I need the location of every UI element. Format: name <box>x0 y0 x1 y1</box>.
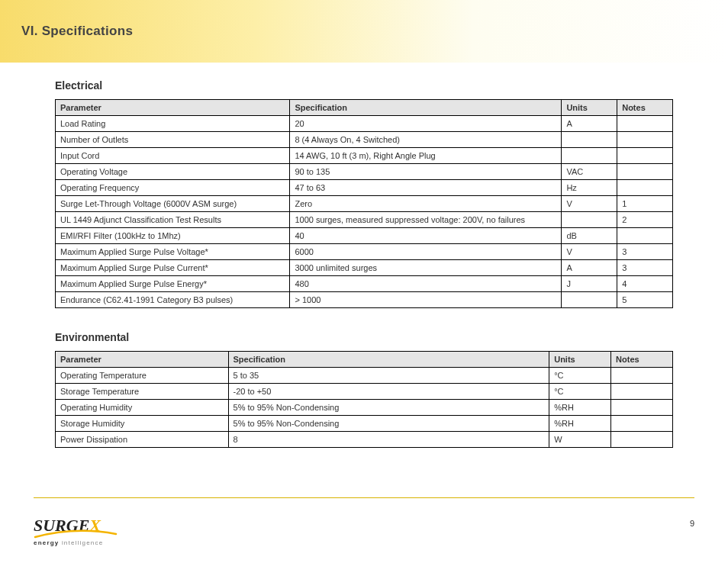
table-row: Operating Humidity5% to 95% Non-Condensi… <box>56 400 673 416</box>
cell-parameter: Maximum Applied Surge Pulse Current* <box>56 260 290 276</box>
table-row: Number of Outlets8 (4 Always On, 4 Switc… <box>56 132 673 148</box>
col-notes: Notes <box>617 100 673 116</box>
cell-notes: 3 <box>617 244 673 260</box>
cell-specification: Zero <box>290 196 562 212</box>
col-parameter: Parameter <box>56 352 229 368</box>
cell-units <box>562 132 617 148</box>
table-row: Input Cord14 AWG, 10 ft (3 m), Right Ang… <box>56 148 673 164</box>
cell-units: V <box>562 196 617 212</box>
col-units: Units <box>562 100 617 116</box>
col-specification: Specification <box>228 352 549 368</box>
col-notes: Notes <box>611 352 673 368</box>
cell-units: %RH <box>549 400 611 416</box>
cell-units: V <box>562 244 617 260</box>
cell-parameter: Surge Let-Through Voltage (6000V ASM sur… <box>56 196 290 212</box>
cell-notes: 5 <box>617 292 673 308</box>
cell-specification: 8 (4 Always On, 4 Switched) <box>290 132 562 148</box>
cell-specification: 480 <box>290 276 562 292</box>
cell-notes <box>617 116 673 132</box>
cell-parameter: Maximum Applied Surge Pulse Energy* <box>56 276 290 292</box>
brand-logo: SURGEX energy intelligence <box>34 517 118 546</box>
cell-notes <box>617 148 673 164</box>
page-header-banner: VI. Specifications <box>0 0 728 63</box>
cell-parameter: Power Dissipation <box>56 432 229 448</box>
table-row: Endurance (C62.41-1991 Category B3 pulse… <box>56 292 673 308</box>
cell-parameter: Storage Humidity <box>56 416 229 432</box>
cell-notes <box>611 384 673 400</box>
cell-parameter: EMI/RFI Filter (100kHz to 1Mhz) <box>56 228 290 244</box>
col-specification: Specification <box>290 100 562 116</box>
table-row: Maximum Applied Surge Pulse Energy*480J4 <box>56 276 673 292</box>
cell-parameter: Operating Humidity <box>56 400 229 416</box>
table-row: Operating Frequency47 to 63Hz <box>56 180 673 196</box>
cell-specification: 5 to 35 <box>228 368 549 384</box>
cell-notes <box>617 164 673 180</box>
cell-units <box>562 148 617 164</box>
table-row: Operating Voltage90 to 135VAC <box>56 164 673 180</box>
tagline-word-2: intelligence <box>62 539 103 546</box>
table-row: Maximum Applied Surge Pulse Voltage*6000… <box>56 244 673 260</box>
table-header-row: Parameter Specification Units Notes <box>56 352 673 368</box>
cell-units: W <box>549 432 611 448</box>
cell-parameter: Operating Voltage <box>56 164 290 180</box>
cell-specification: 6000 <box>290 244 562 260</box>
cell-units <box>562 292 617 308</box>
cell-units: °C <box>549 368 611 384</box>
cell-specification: -20 to +50 <box>228 384 549 400</box>
brand-swoosh-icon <box>34 532 118 537</box>
table-row: EMI/RFI Filter (100kHz to 1Mhz)40dB <box>56 228 673 244</box>
table-row: Surge Let-Through Voltage (6000V ASM sur… <box>56 196 673 212</box>
table-row: UL 1449 Adjunct Classification Test Resu… <box>56 212 673 228</box>
table-row: Storage Humidity5% to 95% Non-Condensing… <box>56 416 673 432</box>
cell-units: VAC <box>562 164 617 180</box>
cell-specification: 14 AWG, 10 ft (3 m), Right Angle Plug <box>290 148 562 164</box>
table-row: Storage Temperature-20 to +50°C <box>56 384 673 400</box>
cell-notes: 3 <box>617 260 673 276</box>
cell-notes <box>611 432 673 448</box>
brand-tagline: energy intelligence <box>34 539 118 546</box>
table-header-row: Parameter Specification Units Notes <box>56 100 673 116</box>
cell-specification: 47 to 63 <box>290 180 562 196</box>
page-title: VI. Specifications <box>21 24 133 39</box>
cell-notes <box>617 228 673 244</box>
cell-notes <box>611 416 673 432</box>
cell-specification: 5% to 95% Non-Condensing <box>228 416 549 432</box>
cell-parameter: Endurance (C62.41-1991 Category B3 pulse… <box>56 292 290 308</box>
cell-parameter: Operating Temperature <box>56 368 229 384</box>
cell-units: dB <box>562 228 617 244</box>
cell-specification: 8 <box>228 432 549 448</box>
section-title-electrical: Electrical <box>55 79 673 92</box>
cell-notes: 1 <box>617 196 673 212</box>
tagline-word-1: energy <box>34 539 59 546</box>
cell-units: °C <box>549 384 611 400</box>
cell-parameter: Operating Frequency <box>56 180 290 196</box>
page-number: 9 <box>690 519 694 528</box>
cell-notes: 2 <box>617 212 673 228</box>
footer-rule <box>34 497 694 498</box>
cell-notes <box>611 400 673 416</box>
page-content: Electrical Parameter Specification Units… <box>0 63 728 563</box>
cell-units: A <box>562 260 617 276</box>
cell-specification: > 1000 <box>290 292 562 308</box>
table-row: Maximum Applied Surge Pulse Current*3000… <box>56 260 673 276</box>
col-units: Units <box>549 352 611 368</box>
cell-specification: 90 to 135 <box>290 164 562 180</box>
cell-parameter: Input Cord <box>56 148 290 164</box>
table-row: Operating Temperature5 to 35°C <box>56 368 673 384</box>
section-title-environmental: Environmental <box>55 331 673 343</box>
environmental-spec-table: Parameter Specification Units Notes Oper… <box>55 351 673 448</box>
cell-parameter: UL 1449 Adjunct Classification Test Resu… <box>56 212 290 228</box>
cell-units: %RH <box>549 416 611 432</box>
cell-notes <box>611 368 673 384</box>
cell-notes <box>617 132 673 148</box>
col-parameter: Parameter <box>56 100 290 116</box>
cell-units: Hz <box>562 180 617 196</box>
cell-units <box>562 212 617 228</box>
cell-notes <box>617 180 673 196</box>
cell-units: J <box>562 276 617 292</box>
cell-specification: 1000 surges, measured suppressed voltage… <box>290 212 562 228</box>
electrical-spec-table: Parameter Specification Units Notes Load… <box>55 99 673 308</box>
cell-notes: 4 <box>617 276 673 292</box>
cell-specification: 5% to 95% Non-Condensing <box>228 400 549 416</box>
table-row: Load Rating20A <box>56 116 673 132</box>
